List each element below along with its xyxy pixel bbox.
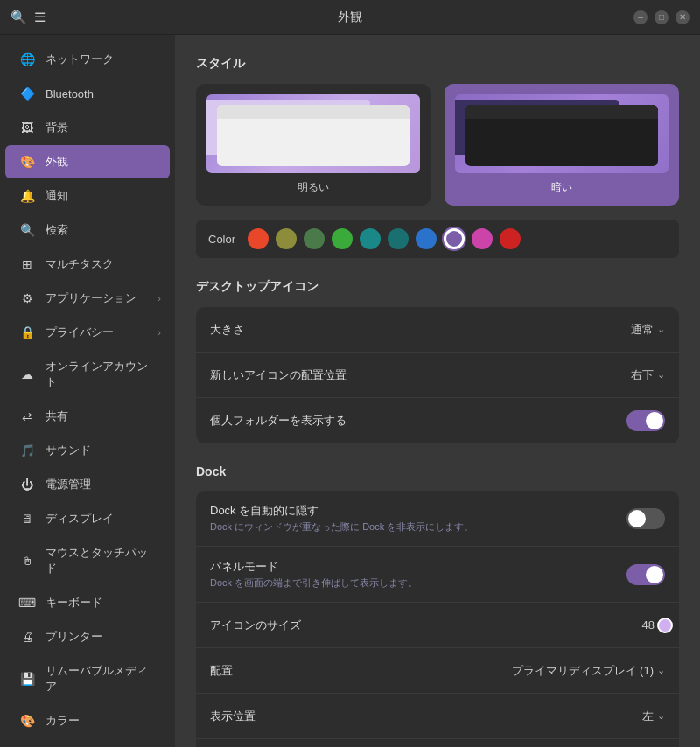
toggle-thumb-2 <box>646 412 663 429</box>
dock-row-left-2: アイコンのサイズ <box>210 618 634 633</box>
color-dot-1[interactable] <box>276 228 297 249</box>
sidebar-item-notifications[interactable]: 🔔 通知 <box>5 179 170 213</box>
sidebar-icon-privacy: 🔒 <box>19 325 35 340</box>
sidebar-item-keyboard[interactable]: ⌨ キーボード <box>5 586 170 619</box>
dock-row-left-0: Dock を自動的に隠す Dock にウィンドウが重なった際に Dock を非表… <box>210 503 626 534</box>
color-dot-7[interactable] <box>444 228 465 249</box>
menu-icon-button[interactable]: ☰ <box>34 10 46 25</box>
dock-row-0[interactable]: Dock を自動的に隠す Dock にウィンドウが重なった際に Dock を非表… <box>196 491 679 547</box>
dock-toggle-thumb-1 <box>646 566 663 583</box>
dock-row-label-0: Dock を自動的に隠す <box>210 503 626 519</box>
desktop-row-0[interactable]: 大きさ 通常 ⌄ <box>196 307 679 353</box>
sidebar-label-multitask: マルチタスク <box>46 256 114 272</box>
color-row: Color <box>196 220 679 258</box>
color-dot-3[interactable] <box>332 228 353 249</box>
minimize-button[interactable]: – <box>634 10 648 24</box>
desktop-row-1[interactable]: 新しいアイコンの配置位置 右下 ⌄ <box>196 353 679 398</box>
slider-value-2: 48 <box>634 618 654 632</box>
sidebar-icon-multitask: ⊞ <box>19 256 35 272</box>
dock-dropdown-3[interactable]: プライマリディスプレイ (1) ⌄ <box>512 663 666 679</box>
sidebar-item-search[interactable]: 🔍 検索 <box>5 213 170 247</box>
row-label-0: 大きさ <box>210 322 631 338</box>
maximize-button[interactable]: □ <box>654 10 668 24</box>
titlebar: 🔍 ☰ 外観 – □ ✕ <box>0 0 700 35</box>
style-cards: 明るい 暗い <box>196 84 679 206</box>
sidebar-item-printer[interactable]: 🖨 プリンター <box>5 620 170 653</box>
color-dot-5[interactable] <box>388 228 409 249</box>
row-right-0: 通常 ⌄ <box>631 322 665 338</box>
sidebar-label-search: 検索 <box>46 222 68 238</box>
sidebar-icon-removable-media: 💾 <box>19 671 35 687</box>
style-card-light[interactable]: 明るい <box>196 84 430 206</box>
sidebar-item-bluetooth[interactable]: 🔷 Bluetooth <box>5 77 170 110</box>
color-dot-8[interactable] <box>472 228 493 249</box>
desktop-row-2[interactable]: 個人フォルダーを表示する <box>196 398 679 443</box>
dropdown-val-0[interactable]: 通常 ⌄ <box>631 322 665 338</box>
sidebar-icon-bluetooth: 🔷 <box>19 86 35 101</box>
sidebar-item-privacy[interactable]: 🔒 プライバシー › <box>5 316 170 349</box>
sidebar-label-removable-media: リムーバブルメディア <box>46 663 156 695</box>
dock-row-1[interactable]: パネルモード Dock を画面の端まで引き伸ばして表示します。 <box>196 547 679 603</box>
sidebar-item-online-accounts[interactable]: ☁ オンラインアカウント <box>5 350 170 399</box>
sidebar-icon-appearance: 🎨 <box>19 154 35 170</box>
sidebar-item-multitask[interactable]: ⊞ マルチタスク <box>5 248 170 281</box>
dock-row-3[interactable]: 配置 プライマリディスプレイ (1) ⌄ <box>196 648 679 694</box>
sidebar-label-background: 背景 <box>46 120 68 136</box>
sidebar-item-background[interactable]: 🖼 背景 <box>5 111 170 144</box>
sidebar-label-keyboard: キーボード <box>46 595 102 611</box>
dock-toggle-0[interactable] <box>626 508 665 529</box>
toggle-2[interactable] <box>626 410 665 431</box>
dropdown-text-0: 通常 <box>631 322 654 338</box>
sidebar-item-region[interactable]: 🌏 地域と言語 <box>5 738 170 747</box>
dock-row-label-2: アイコンのサイズ <box>210 618 634 633</box>
dock-row-2[interactable]: アイコンのサイズ 48 <box>196 603 679 648</box>
chevron-down-icon: ⌄ <box>657 710 665 722</box>
color-dot-4[interactable] <box>360 228 381 249</box>
dock-section: Dock Dock を自動的に隠す Dock にウィンドウが重なった際に Doc… <box>196 464 679 747</box>
row-label-2: 個人フォルダーを表示する <box>210 413 626 429</box>
close-button[interactable]: ✕ <box>676 10 690 24</box>
color-dot-2[interactable] <box>304 228 325 249</box>
slider-thumb-2[interactable] <box>657 618 673 633</box>
color-dot-6[interactable] <box>416 228 437 249</box>
sidebar-item-applications[interactable]: ⚙ アプリケーション › <box>5 282 170 315</box>
color-dot-0[interactable] <box>248 228 269 249</box>
sidebar-icon-mouse: 🖱 <box>19 553 35 569</box>
chevron-down-icon: ⌄ <box>657 324 665 335</box>
dock-toggle-1[interactable] <box>626 564 665 585</box>
sidebar-item-display[interactable]: 🖥 ディスプレイ <box>5 502 170 535</box>
sidebar-item-sound[interactable]: 🎵 サウンド <box>5 434 170 467</box>
sidebar-label-color: カラー <box>46 713 80 729</box>
sidebar-item-sharing[interactable]: ⇄ 共有 <box>5 400 170 433</box>
sidebar-label-privacy: プライバシー <box>46 325 114 340</box>
search-icon-button[interactable]: 🔍 <box>10 10 27 25</box>
sidebar-item-removable-media[interactable]: 💾 リムーバブルメディア <box>5 654 170 703</box>
sidebar-label-sharing: 共有 <box>46 408 68 424</box>
dropdown-val-1[interactable]: 右下 ⌄ <box>631 367 665 383</box>
sidebar-item-network[interactable]: 🌐 ネットワーク <box>5 43 170 76</box>
sidebar-icon-background: 🖼 <box>19 120 35 136</box>
light-window-header <box>217 105 410 119</box>
dock-row-5[interactable]: Dock の挙動の設定 › <box>196 739 679 747</box>
sidebar-item-color[interactable]: 🎨 カラー <box>5 704 170 737</box>
dock-row-4[interactable]: 表示位置 左 ⌄ <box>196 694 679 739</box>
sidebar-icon-search: 🔍 <box>19 222 35 238</box>
row-right-2 <box>626 410 665 431</box>
sidebar-item-mouse[interactable]: 🖱 マウスとタッチパッド <box>5 536 170 585</box>
desktop-icons-card: 大きさ 通常 ⌄ 新しいアイコンの配置位置 右下 ⌄ 個人フォルダーを表示する <box>196 307 679 443</box>
sidebar-icon-notifications: 🔔 <box>19 188 35 204</box>
sidebar-label-display: ディスプレイ <box>46 511 114 527</box>
sidebar-item-appearance[interactable]: 🎨 外観 <box>5 145 170 178</box>
desktop-icons-title: デスクトップアイコン <box>196 279 679 295</box>
style-card-dark[interactable]: 暗い <box>444 84 679 206</box>
dock-row-right-3: プライマリディスプレイ (1) ⌄ <box>512 663 666 679</box>
sidebar-item-power[interactable]: ⏻ 電源管理 <box>5 468 170 501</box>
dock-dropdown-4[interactable]: 左 ⌄ <box>642 709 665 724</box>
color-dot-9[interactable] <box>500 228 521 249</box>
main-layout: 🌐 ネットワーク 🔷 Bluetooth 🖼 背景 🎨 外観 🔔 通知 🔍 検索… <box>0 35 700 747</box>
content-area: スタイル 明るい <box>175 35 700 747</box>
row-right-1: 右下 ⌄ <box>631 367 665 383</box>
sidebar-icon-online-accounts: ☁ <box>19 367 35 382</box>
light-main-window <box>217 105 410 166</box>
sidebar-label-sound: サウンド <box>46 443 91 458</box>
